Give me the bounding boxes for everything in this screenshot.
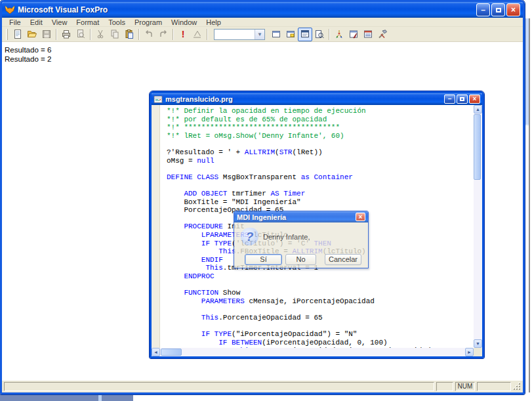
data-session-button[interactable]: [283, 28, 298, 41]
redo-button[interactable]: [156, 28, 171, 41]
dialog-button-no[interactable]: No: [285, 254, 316, 265]
code-line: This.PorcentajeOpacidad = 65: [167, 314, 474, 322]
menu-help[interactable]: Help: [201, 18, 226, 26]
component-gallery-button[interactable]: [332, 28, 346, 41]
minimize-button[interactable]: –: [476, 3, 490, 16]
maximize-button[interactable]: [491, 3, 505, 16]
scroll-down-icon[interactable]: ▼: [474, 339, 482, 348]
menu-edit[interactable]: Edit: [26, 18, 47, 26]
resize-grip[interactable]: [513, 383, 521, 390]
code-line: [167, 165, 474, 173]
menu-tools[interactable]: Tools: [104, 18, 130, 26]
toolbar-separator: [138, 29, 140, 40]
vertical-scroll-thumb[interactable]: [474, 114, 481, 180]
open-file-icon: [27, 29, 37, 39]
undo-button[interactable]: [142, 28, 156, 41]
scroll-up-icon[interactable]: ▲: [474, 105, 482, 114]
app-builder-icon: [377, 29, 388, 39]
dialog-titlebar[interactable]: MDI Ingeniería ×: [234, 211, 368, 222]
code-line: *!* ************************************: [167, 123, 474, 132]
menu-program[interactable]: Program: [130, 18, 167, 26]
num-lock-indicator: NUM: [455, 382, 475, 391]
print-preview-button[interactable]: [73, 28, 88, 41]
code-line: ?'Resultado = ' + ALLTRIM(STR(lRet)): [167, 148, 474, 157]
menu-bar: FileEditViewFormatToolsProgramWindowHelp: [2, 18, 523, 27]
foxpro-app-icon: [5, 5, 15, 15]
new-file-button[interactable]: [10, 28, 25, 41]
toolbar-separator: [173, 29, 174, 40]
editor-titlebar[interactable]: msgtranslucido.prg – ×: [152, 93, 482, 105]
code-line: *!* lRet = oMsg.Show('Denny Infante', 60…: [167, 132, 474, 140]
code-line: [167, 181, 474, 190]
editor-minimize-button[interactable]: –: [444, 95, 455, 104]
status-panel: [477, 382, 511, 391]
print-preview-icon: [75, 29, 86, 39]
behind-window-bottom: [0, 394, 532, 401]
save-file-icon: [41, 29, 52, 39]
behind-bottom-segment: [0, 394, 98, 401]
code-line: [167, 140, 474, 148]
code-line: [167, 305, 474, 314]
editor-close-button[interactable]: ×: [469, 95, 480, 104]
dialog-message: Denny Infante,: [263, 233, 310, 241]
menu-view[interactable]: View: [47, 18, 72, 26]
toolbar-separator: [90, 29, 91, 40]
command-window-icon: [271, 29, 281, 39]
prg-file-icon: [153, 95, 163, 104]
document-view-button[interactable]: [298, 28, 312, 41]
modify-form-icon: [192, 29, 203, 39]
question-mark-icon: ?: [241, 228, 258, 245]
cut-button[interactable]: [93, 28, 108, 41]
status-panel: [436, 382, 453, 391]
menu-format[interactable]: Format: [72, 18, 104, 26]
app-builder-button[interactable]: [375, 28, 390, 41]
paste-button[interactable]: [122, 28, 136, 41]
report-designer-button[interactable]: [361, 28, 375, 41]
code-line: IF BETWEEN(iPorcentajeOpacidad, 0, 100): [167, 339, 474, 347]
svg-text:!: !: [182, 29, 185, 39]
editor-vertical-scrollbar[interactable]: ▲ ▼: [474, 105, 482, 348]
editor-maximize-button[interactable]: [457, 95, 468, 104]
dialog-body: ? Denny Infante, SíNoCancelar: [234, 222, 368, 268]
menu-designer-button[interactable]: [346, 28, 361, 41]
open-file-button[interactable]: [25, 28, 39, 41]
horizontal-scroll-thumb[interactable]: [161, 348, 182, 356]
data-session-icon: [285, 29, 296, 39]
code-line: oMsg = null: [167, 157, 474, 165]
editor-title: msgtranslucido.prg: [165, 95, 443, 103]
redo-icon: [158, 29, 169, 39]
report-designer-icon: [363, 29, 373, 39]
program-output: Resultado = 6 Resultado = 2: [5, 45, 51, 64]
document-view-icon: [300, 29, 310, 39]
modify-form-button[interactable]: [190, 28, 205, 41]
toolbar-combobox[interactable]: ▼: [214, 29, 265, 40]
dialog-button-si[interactable]: Sí: [245, 254, 282, 265]
save-file-button[interactable]: [39, 28, 54, 41]
menu-window[interactable]: Window: [167, 18, 201, 26]
dialog-close-button[interactable]: ×: [356, 213, 365, 221]
status-message-panel: [4, 382, 434, 391]
class-browser-button[interactable]: [312, 28, 327, 41]
editor-horizontal-scrollbar[interactable]: ◄ ►: [152, 348, 474, 356]
cut-icon: [95, 29, 106, 39]
desktop-area: Resultado = 6 Resultado = 2 msgtransluci…: [2, 42, 523, 380]
menu-file[interactable]: File: [5, 18, 26, 26]
code-line: *!* Definir la opacidad en tiempo de eje…: [167, 107, 474, 116]
command-window-button[interactable]: [269, 28, 283, 41]
print-button[interactable]: [59, 28, 73, 41]
screen: Microsoft Visual FoxPro – × FileEditView…: [0, 0, 532, 401]
code-line: ENDPROC: [167, 272, 474, 281]
run-button[interactable]: !: [176, 28, 190, 41]
scroll-right-icon[interactable]: ►: [465, 348, 474, 356]
chevron-down-icon[interactable]: ▼: [255, 30, 264, 39]
copy-button[interactable]: [108, 28, 122, 41]
scroll-left-icon[interactable]: ◄: [152, 348, 160, 356]
toolbar-grip[interactable]: [6, 29, 8, 40]
status-bar: NUM: [2, 380, 523, 392]
dialog-button-cancelar[interactable]: Cancelar: [325, 254, 361, 265]
code-line: DEFINE CLASS MsgBoxTransparent as Contai…: [167, 173, 474, 182]
main-titlebar[interactable]: Microsoft Visual FoxPro – ×: [2, 2, 523, 18]
close-button[interactable]: ×: [506, 3, 520, 16]
scrollbar-corner: [474, 348, 482, 356]
code-line: [167, 322, 474, 330]
